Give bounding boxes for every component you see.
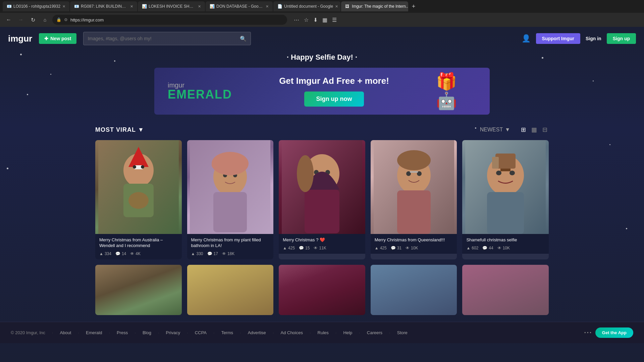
tab-imgur[interactable]: 🖼 Imgur: The magic of the Intern... ✕ xyxy=(341,1,408,11)
get-app-label: Get the App xyxy=(602,330,627,335)
card-title-5: Shamefull christmas selfie xyxy=(466,237,545,243)
signup-label: Sign up xyxy=(613,36,630,41)
footer-link-careers[interactable]: Careers xyxy=(367,330,382,335)
footer-divider: · xyxy=(335,330,337,335)
bookmark-icon[interactable]: ☆ xyxy=(303,15,310,24)
user-icon-button[interactable]: 👤 xyxy=(522,34,531,43)
svg-point-7 xyxy=(141,165,144,169)
view-count: 4K xyxy=(136,251,141,256)
view-large-button[interactable]: ⊞ xyxy=(520,125,527,135)
sort-label: NEWEST xyxy=(480,127,503,133)
new-tab-button[interactable]: + xyxy=(409,2,418,11)
card-stats-3: ▲ 425 💬 15 👁 11K xyxy=(283,246,361,250)
footer-link-help[interactable]: Help xyxy=(343,330,352,335)
image-card-4[interactable]: Merry Christmas from Queensland!!! ▲ 425… xyxy=(371,140,457,259)
back-button[interactable]: ← xyxy=(4,15,13,24)
footer-link-terms[interactable]: Terms xyxy=(221,330,233,335)
tab-rg087[interactable]: 📧 RG087: LINK BUILDING: CB N... ✕ xyxy=(70,1,137,11)
home-button[interactable]: ⌂ xyxy=(40,15,50,24)
footer-link-about[interactable]: About xyxy=(60,330,71,335)
signup-button[interactable]: Sign up xyxy=(607,33,636,44)
image-card-1[interactable]: Merry Christmas from Australia – Wendell… xyxy=(95,140,182,259)
partial-card-5[interactable] xyxy=(462,265,549,315)
tab-close-icon[interactable]: ✕ xyxy=(266,4,269,9)
footer-link-press[interactable]: Press xyxy=(117,330,128,335)
tab-lo0106[interactable]: 📧 LO0106 - rohitgupta19932 ✕ xyxy=(3,1,69,11)
page-header: imgur ✚ New post 🔍 👤 Support Imgur Sign … xyxy=(0,27,644,50)
get-app-button[interactable]: Get the App xyxy=(595,327,633,338)
support-button[interactable]: Support Imgur xyxy=(536,33,580,44)
footer-divider: · xyxy=(158,330,159,335)
comment-count: 44 xyxy=(489,246,493,250)
url-text: https://imgur.com xyxy=(70,17,104,22)
reload-button[interactable]: ↻ xyxy=(28,15,38,24)
forward-button[interactable]: → xyxy=(16,15,25,24)
tab-don-database[interactable]: 📊 DON DATABASE - Google She... ✕ xyxy=(206,1,273,11)
upvote-icon: ▲ xyxy=(375,246,379,250)
image-card-3[interactable]: Merry Christmas ? ❤️ ▲ 425 💬 15 👁 11K xyxy=(279,140,365,259)
more-menu-button[interactable]: ☰ xyxy=(331,15,338,24)
card-title-4: Merry Christmas from Queensland!!! xyxy=(375,237,453,243)
partial-card-2[interactable] xyxy=(187,265,274,315)
card-overlay-1: Merry Christmas from Australia – Wendell… xyxy=(95,234,182,259)
partial-card-1[interactable] xyxy=(95,265,182,315)
upvote-count: 425 xyxy=(380,246,387,250)
signin-button[interactable]: Sign in xyxy=(586,36,601,41)
view-icon: 👁 xyxy=(314,246,318,250)
tab-close-icon[interactable]: ✕ xyxy=(130,4,133,9)
tab-close-icon[interactable]: ✕ xyxy=(62,4,65,9)
image-card-5[interactable]: Shamefull christmas selfie ▲ 602 💬 44 👁 xyxy=(462,140,549,259)
footer-link-blog[interactable]: Blog xyxy=(143,330,151,335)
imgur-logo[interactable]: imgur xyxy=(8,34,32,44)
footer-link-advertise[interactable]: Advertise xyxy=(248,330,266,335)
tab-untitled-doc[interactable]: 📄 Untitled document - Google ✕ xyxy=(273,1,340,11)
tab-favicon: 📄 xyxy=(277,4,282,9)
card-title-3: Merry Christmas ? ❤️ xyxy=(283,237,361,243)
card-image-1 xyxy=(95,140,182,234)
browser-chrome: 📧 LO0106 - rohitgupta19932 ✕ 📧 RG087: LI… xyxy=(0,0,644,27)
comment-icon: 💬 xyxy=(391,246,396,250)
tab-title: LOKESH INVOICE SHEET - Go... xyxy=(149,4,196,9)
partial-card-3[interactable] xyxy=(279,265,365,315)
svg-point-20 xyxy=(297,155,314,192)
upvotes-3: ▲ 425 xyxy=(283,246,295,250)
footer-link-store[interactable]: Store xyxy=(397,330,408,335)
promo-logo: imgur EMERALD xyxy=(168,82,232,101)
browser-tabs: 📧 LO0106 - rohitgupta19932 ✕ 📧 RG087: LI… xyxy=(0,0,644,13)
upvote-count: 334 xyxy=(105,251,111,256)
tab-close-icon[interactable]: ✕ xyxy=(198,4,201,9)
tab-title: Untitled document - Google xyxy=(284,4,333,9)
new-post-button[interactable]: ✚ New post xyxy=(39,33,76,44)
partial-card-4[interactable] xyxy=(371,265,457,315)
page-footer: © 2020 Imgur, Inc · About · Emerald · Pr… xyxy=(0,322,644,343)
views-3: 👁 11K xyxy=(314,246,326,250)
view-small-button[interactable]: ⊟ xyxy=(541,125,549,135)
footer-link-ccpa[interactable]: CCPA xyxy=(195,330,207,335)
promo-cta-button[interactable]: Sign up now xyxy=(304,92,364,107)
sidebar-button[interactable]: ▦ xyxy=(321,15,329,24)
upvotes-5: ▲ 602 xyxy=(466,246,478,250)
footer-link-rules[interactable]: Rules xyxy=(318,330,329,335)
newest-sort-selector[interactable]: NEWEST ▼ xyxy=(480,127,510,133)
extensions-button[interactable]: ⋯ xyxy=(292,15,301,24)
view-medium-button[interactable]: ▦ xyxy=(530,125,538,135)
search-bar[interactable]: 🔍 xyxy=(83,32,251,45)
tab-close-icon[interactable]: ✕ xyxy=(335,4,338,9)
address-bar[interactable]: 🔒 ⚙ https://imgur.com xyxy=(52,15,287,25)
footer-divider: · xyxy=(213,330,215,335)
search-input[interactable] xyxy=(88,36,237,41)
downloads-button[interactable]: ⬇ xyxy=(312,15,319,24)
viral-filter-selector[interactable]: MOST VIRAL ▼ xyxy=(95,126,144,133)
footer-link-emerald[interactable]: Emerald xyxy=(86,330,102,335)
comment-icon: 💬 xyxy=(115,251,120,256)
card-overlay-2: Merry Christmas from my plant filled bat… xyxy=(187,234,274,259)
content-header: MOST VIRAL ▼ NEWEST ▼ ⊞ ▦ ⊟ xyxy=(95,125,549,135)
image-card-2[interactable]: Merry Christmas from my plant filled bat… xyxy=(187,140,274,259)
footer-link-ad-choices[interactable]: Ad Choices xyxy=(280,330,303,335)
tab-lokesh[interactable]: 📊 LOKESH INVOICE SHEET - Go... ✕ xyxy=(138,1,205,11)
search-icon[interactable]: 🔍 xyxy=(240,36,247,42)
selfie-day-text: · Happy Selfie Day! · xyxy=(287,53,357,61)
footer-link-privacy[interactable]: Privacy xyxy=(166,330,180,335)
comments-2: 💬 17 xyxy=(207,251,218,256)
promo-cta-label: Sign up now xyxy=(316,96,352,102)
